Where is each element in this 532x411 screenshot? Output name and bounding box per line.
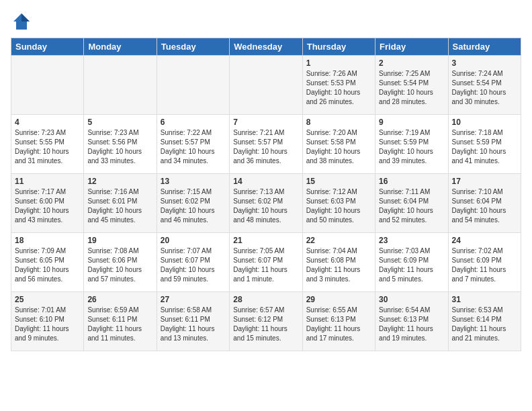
calendar-week-3: 11Sunrise: 7:17 AM Sunset: 6:00 PM Dayli… (11, 174, 521, 233)
calendar-cell: 11Sunrise: 7:17 AM Sunset: 6:00 PM Dayli… (11, 174, 84, 233)
calendar-cell: 12Sunrise: 7:16 AM Sunset: 6:01 PM Dayli… (84, 174, 157, 233)
day-number: 20 (161, 236, 226, 245)
calendar-cell: 15Sunrise: 7:12 AM Sunset: 6:03 PM Dayli… (302, 174, 375, 233)
day-info: Sunrise: 6:59 AM Sunset: 6:11 PM Dayligh… (87, 306, 152, 343)
day-info: Sunrise: 6:58 AM Sunset: 6:11 PM Dayligh… (161, 306, 226, 343)
day-number: 11 (15, 177, 80, 186)
day-info: Sunrise: 7:22 AM Sunset: 5:57 PM Dayligh… (161, 128, 226, 166)
calendar-cell: 3Sunrise: 7:24 AM Sunset: 5:54 PM Daylig… (448, 56, 521, 115)
day-number: 19 (87, 236, 152, 245)
day-number: 24 (452, 236, 517, 245)
svg-marker-1 (21, 13, 30, 21)
day-info: Sunrise: 7:16 AM Sunset: 6:01 PM Dayligh… (87, 187, 152, 225)
calendar-cell: 31Sunrise: 6:53 AM Sunset: 6:14 PM Dayli… (448, 292, 521, 351)
day-number: 8 (306, 118, 371, 127)
calendar-cell: 6Sunrise: 7:22 AM Sunset: 5:57 PM Daylig… (157, 115, 229, 174)
calendar-cell: 4Sunrise: 7:23 AM Sunset: 5:55 PM Daylig… (11, 115, 84, 174)
calendar-cell (157, 56, 229, 115)
header-saturday: Saturday (448, 38, 521, 56)
header-tuesday: Tuesday (157, 38, 229, 56)
calendar-cell: 24Sunrise: 7:02 AM Sunset: 6:09 PM Dayli… (448, 233, 521, 292)
day-number: 16 (379, 177, 444, 186)
calendar-cell (230, 56, 302, 115)
day-number: 7 (233, 118, 298, 127)
calendar-cell: 5Sunrise: 7:23 AM Sunset: 5:56 PM Daylig… (84, 115, 157, 174)
calendar-cell: 28Sunrise: 6:57 AM Sunset: 6:12 PM Dayli… (230, 292, 302, 351)
day-info: Sunrise: 7:24 AM Sunset: 5:54 PM Dayligh… (452, 69, 517, 107)
header-sunday: Sunday (11, 38, 84, 56)
day-number: 25 (15, 295, 80, 304)
calendar-cell: 2Sunrise: 7:25 AM Sunset: 5:54 PM Daylig… (375, 56, 448, 115)
day-number: 23 (379, 236, 444, 245)
logo (11, 11, 35, 32)
day-number: 3 (452, 58, 517, 68)
day-number: 27 (161, 295, 226, 304)
day-info: Sunrise: 7:15 AM Sunset: 6:02 PM Dayligh… (161, 187, 226, 225)
logo-icon (11, 11, 32, 32)
calendar-week-4: 18Sunrise: 7:09 AM Sunset: 6:05 PM Dayli… (11, 233, 521, 292)
calendar-cell: 9Sunrise: 7:19 AM Sunset: 5:59 PM Daylig… (375, 115, 448, 174)
calendar-cell: 23Sunrise: 7:03 AM Sunset: 6:09 PM Dayli… (375, 233, 448, 292)
calendar-cell: 27Sunrise: 6:58 AM Sunset: 6:11 PM Dayli… (157, 292, 229, 351)
day-info: Sunrise: 7:07 AM Sunset: 6:07 PM Dayligh… (161, 246, 226, 284)
day-number: 30 (379, 295, 444, 304)
day-number: 18 (15, 236, 80, 245)
header-friday: Friday (375, 38, 448, 56)
day-number: 9 (379, 118, 444, 127)
header-thursday: Thursday (302, 38, 375, 56)
calendar-cell: 29Sunrise: 6:55 AM Sunset: 6:13 PM Dayli… (302, 292, 375, 351)
day-number: 10 (452, 118, 517, 127)
calendar-cell (84, 56, 157, 115)
day-info: Sunrise: 7:09 AM Sunset: 6:05 PM Dayligh… (15, 246, 80, 284)
day-info: Sunrise: 7:10 AM Sunset: 6:04 PM Dayligh… (452, 187, 517, 225)
day-info: Sunrise: 7:04 AM Sunset: 6:08 PM Dayligh… (306, 246, 371, 284)
day-number: 1 (306, 58, 371, 68)
calendar-table: SundayMondayTuesdayWednesdayThursdayFrid… (11, 38, 521, 351)
calendar-week-5: 25Sunrise: 7:01 AM Sunset: 6:10 PM Dayli… (11, 292, 521, 351)
calendar-cell: 13Sunrise: 7:15 AM Sunset: 6:02 PM Dayli… (157, 174, 229, 233)
day-info: Sunrise: 7:18 AM Sunset: 5:59 PM Dayligh… (452, 128, 517, 166)
day-info: Sunrise: 7:08 AM Sunset: 6:06 PM Dayligh… (87, 246, 152, 284)
calendar-cell: 18Sunrise: 7:09 AM Sunset: 6:05 PM Dayli… (11, 233, 84, 292)
day-number: 2 (379, 58, 444, 68)
day-info: Sunrise: 7:01 AM Sunset: 6:10 PM Dayligh… (15, 306, 80, 343)
day-info: Sunrise: 7:26 AM Sunset: 5:53 PM Dayligh… (306, 69, 371, 107)
header-monday: Monday (84, 38, 157, 56)
calendar-cell: 10Sunrise: 7:18 AM Sunset: 5:59 PM Dayli… (448, 115, 521, 174)
calendar-header-row: SundayMondayTuesdayWednesdayThursdayFrid… (11, 38, 521, 56)
calendar-cell: 19Sunrise: 7:08 AM Sunset: 6:06 PM Dayli… (84, 233, 157, 292)
day-info: Sunrise: 7:03 AM Sunset: 6:09 PM Dayligh… (379, 246, 444, 284)
day-number: 14 (233, 177, 298, 186)
day-number: 29 (306, 295, 371, 304)
calendar-week-2: 4Sunrise: 7:23 AM Sunset: 5:55 PM Daylig… (11, 115, 521, 174)
day-number: 6 (161, 118, 226, 127)
calendar-cell: 25Sunrise: 7:01 AM Sunset: 6:10 PM Dayli… (11, 292, 84, 351)
day-info: Sunrise: 7:13 AM Sunset: 6:02 PM Dayligh… (233, 187, 298, 225)
calendar-cell: 7Sunrise: 7:21 AM Sunset: 5:57 PM Daylig… (230, 115, 302, 174)
day-number: 17 (452, 177, 517, 186)
day-info: Sunrise: 7:02 AM Sunset: 6:09 PM Dayligh… (452, 246, 517, 284)
day-info: Sunrise: 6:54 AM Sunset: 6:13 PM Dayligh… (379, 306, 444, 343)
header (11, 11, 521, 32)
day-info: Sunrise: 7:23 AM Sunset: 5:56 PM Dayligh… (87, 128, 152, 166)
calendar-cell: 8Sunrise: 7:20 AM Sunset: 5:58 PM Daylig… (302, 115, 375, 174)
calendar-cell: 1Sunrise: 7:26 AM Sunset: 5:53 PM Daylig… (302, 56, 375, 115)
calendar-cell: 20Sunrise: 7:07 AM Sunset: 6:07 PM Dayli… (157, 233, 229, 292)
calendar-cell: 16Sunrise: 7:11 AM Sunset: 6:04 PM Dayli… (375, 174, 448, 233)
day-info: Sunrise: 7:11 AM Sunset: 6:04 PM Dayligh… (379, 187, 444, 225)
day-number: 13 (161, 177, 226, 186)
day-info: Sunrise: 6:55 AM Sunset: 6:13 PM Dayligh… (306, 306, 371, 343)
calendar-cell: 21Sunrise: 7:05 AM Sunset: 6:07 PM Dayli… (230, 233, 302, 292)
day-number: 31 (452, 295, 517, 304)
day-number: 15 (306, 177, 371, 186)
header-wednesday: Wednesday (230, 38, 302, 56)
day-info: Sunrise: 7:20 AM Sunset: 5:58 PM Dayligh… (306, 128, 371, 166)
calendar-cell: 17Sunrise: 7:10 AM Sunset: 6:04 PM Dayli… (448, 174, 521, 233)
calendar-cell: 30Sunrise: 6:54 AM Sunset: 6:13 PM Dayli… (375, 292, 448, 351)
day-info: Sunrise: 7:17 AM Sunset: 6:00 PM Dayligh… (15, 187, 80, 225)
day-number: 5 (87, 118, 152, 127)
day-number: 28 (233, 295, 298, 304)
day-info: Sunrise: 7:23 AM Sunset: 5:55 PM Dayligh… (15, 128, 80, 166)
day-info: Sunrise: 7:05 AM Sunset: 6:07 PM Dayligh… (233, 246, 298, 284)
day-info: Sunrise: 7:21 AM Sunset: 5:57 PM Dayligh… (233, 128, 298, 166)
